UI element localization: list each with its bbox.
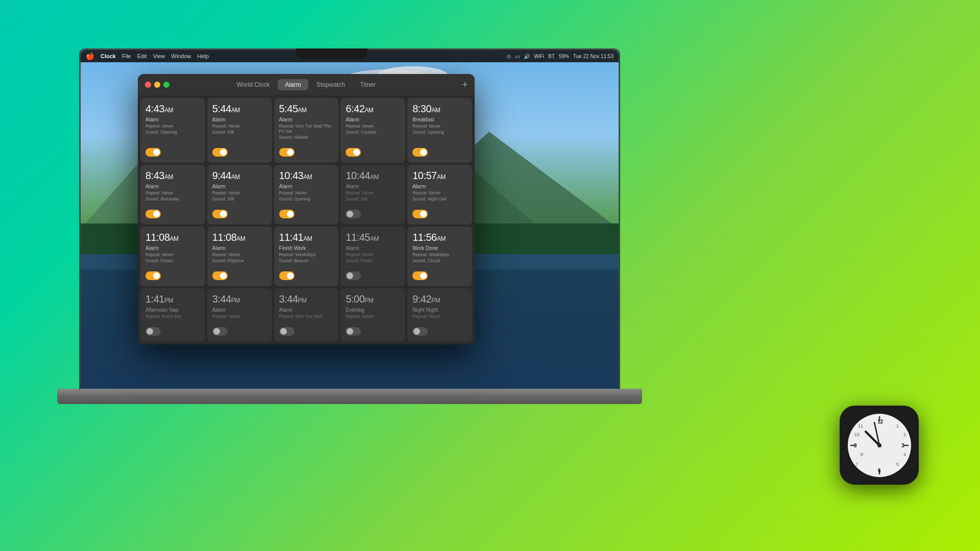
- alarm-label: Alarm: [279, 184, 334, 189]
- alarm-card[interactable]: 10:57AMAlarmRepeat: NeverSound: Night Ow…: [407, 165, 472, 224]
- alarm-toggle[interactable]: [212, 327, 228, 336]
- alarm-card[interactable]: 8:43AMAlarmRepeat: NeverSound: Illuminat…: [140, 165, 205, 224]
- tab-stopwatch[interactable]: Stopwatch: [309, 79, 352, 90]
- alarm-card[interactable]: 4:43AMAlarmRepeat: NeverSound: Opening: [140, 98, 205, 163]
- svg-text:1: 1: [896, 423, 899, 429]
- alarm-repeat: Repeat: Never: [212, 314, 267, 319]
- alarm-card[interactable]: 11:41AMFinish WorkRepeat: WeekdaysSound:…: [274, 227, 339, 286]
- close-button[interactable]: [145, 82, 151, 88]
- alarm-toggle[interactable]: [412, 148, 428, 157]
- alarm-card[interactable]: 5:00PMEveningRepeat: Never: [340, 288, 405, 342]
- alarm-card[interactable]: 10:44AMAlarmRepeat: NeverSound: Silk: [340, 165, 405, 224]
- alarm-toggle[interactable]: [145, 210, 161, 218]
- camera-notch: [296, 48, 368, 59]
- alarm-time: 11:41AM: [279, 232, 334, 243]
- svg-text:11: 11: [858, 423, 863, 429]
- alarm-time: 3:44PM: [279, 293, 334, 305]
- minimize-button[interactable]: [154, 82, 160, 88]
- alarm-card[interactable]: 11:56AMWork DoneRepeat: WeekdaysSound: C…: [407, 227, 472, 286]
- tab-timer[interactable]: Timer: [353, 79, 383, 90]
- alarm-toggle[interactable]: [145, 327, 161, 336]
- alarm-time: 6:42AM: [346, 103, 400, 114]
- alarm-card[interactable]: 5:44AMAlarmRepeat: NeverSound: Silk: [207, 98, 272, 163]
- alarm-card[interactable]: 3:44PMAlarmRepeat: Mon Tue Wed: [274, 288, 339, 342]
- alarm-repeat: Repeat: Weekdays: [279, 252, 334, 257]
- alarm-toggle[interactable]: [412, 271, 428, 280]
- alarm-toggle[interactable]: [346, 327, 361, 336]
- alarm-sound: Sound: Beacon: [279, 258, 334, 263]
- svg-text:3: 3: [901, 443, 904, 448]
- svg-point-31: [877, 443, 881, 447]
- alarm-card[interactable]: 11:08AMAlarmRepeat: NeverSound: Presto: [140, 227, 205, 286]
- alarm-repeat: Repeat: Never: [279, 190, 334, 195]
- alarm-toggle[interactable]: [346, 210, 361, 218]
- alarm-toggle[interactable]: [145, 271, 161, 280]
- menubar-window[interactable]: Window: [171, 53, 191, 59]
- alarm-sound: Sound: Opening: [412, 130, 467, 135]
- alarm-repeat: Repeat: Never: [145, 252, 200, 257]
- alarm-label: Alarm: [145, 184, 200, 189]
- tab-world-clock[interactable]: World Clock: [230, 79, 277, 90]
- menubar-help[interactable]: Help: [197, 53, 209, 59]
- alarm-card[interactable]: 3:44PMAlarmRepeat: Never: [207, 288, 272, 342]
- menubar-edit[interactable]: Edit: [137, 53, 147, 59]
- alarm-toggle[interactable]: [279, 148, 295, 157]
- alarm-time: 5:45AM: [279, 103, 334, 114]
- alarm-time: 8:43AM: [145, 170, 200, 181]
- alarm-repeat: Repeat: Never: [412, 190, 467, 195]
- alarm-repeat: Repeat: Never: [346, 252, 400, 257]
- alarm-card[interactable]: 1:41PMAfternoon NapRepeat: Every day: [140, 288, 205, 342]
- alarm-sound: Sound: Silk: [346, 196, 400, 202]
- alarm-time: 9:44AM: [212, 170, 267, 181]
- menubar-appname: Clock: [101, 53, 116, 59]
- alarm-card[interactable]: 9:44AMAlarmRepeat: NeverSound: Silk: [207, 165, 272, 224]
- alarm-toggle[interactable]: [412, 327, 428, 336]
- alarm-card[interactable]: 10:43AMAlarmRepeat: NeverSound: Opening: [274, 165, 339, 224]
- maximize-button[interactable]: [163, 82, 169, 88]
- alarm-toggle[interactable]: [346, 148, 361, 157]
- alarm-time: 10:43AM: [279, 170, 334, 181]
- alarm-grid: 4:43AMAlarmRepeat: NeverSound: Opening5:…: [138, 95, 475, 344]
- clock-face-svg: 12 3 6 9 1 2 4 5 11 10 7 8: [846, 412, 913, 479]
- menubar-wifi-icon: WiFi: [534, 54, 544, 59]
- alarm-toggle[interactable]: [346, 271, 361, 280]
- menubar-focus-icon: ⊙: [507, 54, 511, 59]
- alarm-toggle[interactable]: [279, 210, 295, 218]
- alarm-toggle[interactable]: [212, 148, 228, 157]
- svg-text:2: 2: [903, 432, 906, 437]
- alarm-repeat: Repeat: Mon Tue Wed Thu Fri Sat: [279, 123, 334, 134]
- alarm-repeat: Repeat: Never: [412, 123, 467, 129]
- alarm-card[interactable]: 6:42AMAlarmRepeat: NeverSound: Crystals: [340, 98, 405, 163]
- clock-app-window: World Clock Alarm Stopwatch Timer + 4:43…: [138, 74, 475, 344]
- alarm-card[interactable]: 11:45AMAlarmRepeat: NeverSound: Radar: [340, 227, 405, 286]
- alarm-toggle[interactable]: [279, 271, 295, 280]
- alarm-repeat: Repeat: Never: [212, 190, 267, 195]
- alarm-toggle[interactable]: [145, 148, 161, 157]
- alarm-sound: Sound: Radar: [346, 258, 400, 263]
- alarm-label: Work Done: [412, 245, 467, 251]
- alarm-card[interactable]: 5:45AMAlarmRepeat: Mon Tue Wed Thu Fri S…: [274, 98, 339, 163]
- alarm-time: 1:41PM: [145, 293, 200, 305]
- alarm-card[interactable]: 11:08AMAlarmRepeat: NeverSound: Playtime: [207, 227, 272, 286]
- add-alarm-button[interactable]: +: [462, 80, 468, 90]
- alarm-sound: Sound: Silk: [212, 196, 267, 202]
- apple-menu-icon[interactable]: 🍎: [86, 52, 94, 60]
- alarm-time: 9:42PM: [412, 293, 467, 305]
- alarm-toggle[interactable]: [212, 210, 228, 218]
- alarm-sound: Sound: Night Owl: [412, 196, 467, 202]
- tab-alarm[interactable]: Alarm: [278, 79, 308, 90]
- alarm-card[interactable]: 9:42PMNight NightRepeat: Never: [407, 288, 472, 342]
- alarm-repeat: Repeat: Never: [212, 123, 267, 129]
- alarm-toggle[interactable]: [279, 327, 295, 336]
- alarm-label: Alarm: [212, 117, 267, 122]
- alarm-time: 4:43AM: [145, 103, 200, 114]
- alarm-card[interactable]: 8:30AMBreakfastRepeat: NeverSound: Openi…: [407, 98, 472, 163]
- laptop-bottom-bar: [57, 389, 642, 404]
- menubar-view[interactable]: View: [153, 53, 165, 59]
- alarm-time: 11:08AM: [145, 232, 200, 243]
- alarm-label: Alarm: [212, 245, 267, 251]
- alarm-toggle[interactable]: [412, 210, 428, 218]
- alarm-repeat: Repeat: Weekdays: [412, 252, 467, 257]
- alarm-toggle[interactable]: [212, 271, 228, 280]
- menubar-file[interactable]: File: [122, 53, 131, 59]
